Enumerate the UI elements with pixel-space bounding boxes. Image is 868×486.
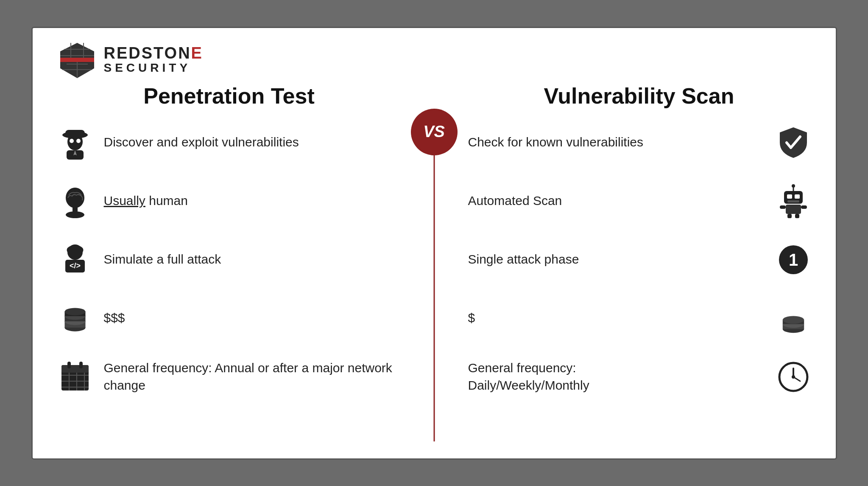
right-feature-5-text: General frequency: Daily/Weekly/Monthly — [468, 360, 765, 394]
logo-redstone: REDSTONE — [104, 45, 203, 61]
svg-point-40 — [792, 184, 795, 188]
number-one-icon: 1 — [776, 243, 810, 277]
right-feature-5: General frequency: Daily/Weekly/Monthly — [468, 356, 810, 398]
main-content: Penetration Test — [58, 83, 810, 441]
svg-rect-17 — [73, 208, 78, 212]
left-feature-3: </> Simulate a full attack — [58, 239, 400, 281]
svg-rect-44 — [787, 200, 799, 202]
main-card: REDSTONE SECURITY Penetration Test — [31, 27, 837, 460]
vertical-line — [433, 155, 435, 441]
logo-icon — [58, 41, 96, 79]
logo-text: REDSTONE SECURITY — [104, 45, 203, 75]
svg-rect-42 — [787, 194, 792, 199]
svg-rect-30 — [61, 365, 89, 373]
logo-area: REDSTONE SECURITY — [58, 41, 810, 79]
vs-circle: VS — [411, 109, 458, 155]
svg-point-60 — [792, 375, 795, 379]
svg-point-16 — [66, 188, 84, 208]
clock-icon — [776, 360, 810, 394]
left-feature-4: $$$ — [58, 297, 400, 340]
svg-rect-47 — [801, 205, 807, 209]
left-feature-1-text: Discover and exploit vulnerabilities — [104, 134, 299, 151]
right-feature-4: $ — [468, 297, 810, 340]
left-column: Penetration Test — [58, 83, 417, 441]
svg-point-12 — [70, 139, 74, 143]
svg-rect-43 — [795, 194, 800, 199]
calendar-icon — [58, 360, 92, 394]
right-title: Vulnerability Scan — [468, 83, 810, 109]
left-feature-5-text: General frequency: Annual or after a maj… — [104, 360, 400, 394]
left-feature-1: Discover and exploit vulnerabilities — [58, 121, 400, 164]
brain-icon — [58, 184, 92, 218]
left-title: Penetration Test — [58, 83, 400, 109]
right-feature-1: Check for known vulnerabilities — [468, 121, 810, 164]
svg-text:1: 1 — [788, 250, 798, 269]
hacker-icon: </> — [58, 243, 92, 277]
shield-icon — [776, 126, 810, 160]
svg-rect-1 — [60, 58, 94, 62]
svg-rect-49 — [795, 214, 799, 218]
robot-icon — [776, 184, 810, 218]
svg-point-18 — [66, 211, 84, 218]
right-column: Vulnerability Scan Check for known vulne… — [451, 83, 810, 441]
logo-security: SECURITY — [104, 61, 203, 75]
svg-point-28 — [64, 308, 85, 315]
right-feature-4-text: $ — [468, 309, 765, 327]
right-feature-2: Automated Scan — [468, 180, 810, 222]
coin-icon — [776, 301, 810, 335]
svg-point-13 — [76, 139, 81, 143]
svg-rect-48 — [787, 214, 792, 218]
svg-rect-45 — [786, 205, 801, 214]
svg-point-56 — [782, 316, 804, 323]
spy-icon — [58, 126, 92, 160]
right-feature-3-text: Single attack phase — [468, 251, 765, 268]
center-divider: VS — [417, 83, 451, 441]
money-icon — [58, 301, 92, 335]
left-feature-4-text: $$$ — [104, 309, 125, 327]
svg-text:</>: </> — [69, 261, 80, 270]
right-feature-3: Single attack phase 1 — [468, 239, 810, 281]
left-feature-5: General frequency: Annual or after a maj… — [58, 356, 400, 398]
right-feature-2-text: Automated Scan — [468, 192, 765, 210]
left-feature-3-text: Simulate a full attack — [104, 251, 221, 268]
svg-rect-46 — [780, 205, 786, 209]
right-feature-1-text: Check for known vulnerabilities — [468, 134, 765, 151]
svg-point-11 — [67, 133, 83, 150]
left-feature-2-text: Usually human — [104, 192, 188, 210]
svg-rect-37 — [67, 362, 71, 368]
svg-rect-38 — [79, 362, 83, 368]
left-feature-2: Usually human — [58, 180, 400, 222]
